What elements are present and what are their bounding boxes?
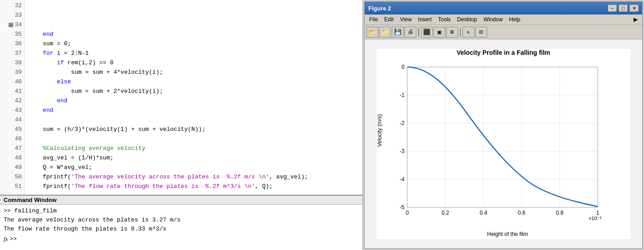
arrow-icon[interactable]: ↖ [463, 27, 474, 38]
code-line: fprintf('The average velocity across the… [29, 172, 362, 182]
svg-text:0.8: 0.8 [556, 210, 564, 216]
code-line: sum = sum + 4*velocity(i); [29, 67, 362, 77]
line-number: 45 [2, 125, 24, 134]
minimize-button[interactable]: − [608, 5, 617, 12]
code-line: sum = sum + 2*velocity(i); [29, 87, 362, 96]
chart-svg: 0 -1 -2 -3 -4 -5 0 0.2 0.4 0.6 [385, 58, 607, 230]
svg-text:-4: -4 [400, 176, 405, 183]
figure-title: Figure 2 [368, 5, 391, 12]
line-number: 35 [2, 29, 24, 39]
line-number: 49 [2, 163, 24, 172]
figure-titlebar: Figure 2 − □ ✕ [365, 2, 642, 14]
export-icon[interactable]: ⬛ [421, 27, 433, 38]
menu-item-insert[interactable]: Insert [415, 15, 434, 24]
code-line: Q = W*avg_vel; [29, 163, 362, 172]
svg-text:1: 1 [596, 210, 600, 216]
toolbar-separator [418, 28, 419, 37]
svg-text:0: 0 [406, 210, 409, 216]
code-line: avg_vel = (1/H)*sum; [29, 153, 362, 163]
plot-container: Velocity Profile in a Falling film Veloc… [365, 39, 642, 248]
y-axis-label: Velocity (m/s) [376, 58, 383, 212]
svg-text:0.4: 0.4 [480, 210, 488, 216]
code-line: %Calculating average velocity [29, 144, 362, 153]
menu-item-help[interactable]: Help [507, 15, 523, 24]
svg-text:-1: -1 [400, 92, 405, 98]
code-line: sum = 0; [29, 39, 362, 48]
grid-icon[interactable]: ⊞ [446, 27, 458, 38]
menu-arrow[interactable]: ▶ [631, 15, 640, 24]
line-numbers: 3233343536373839404142434445464748495051 [0, 0, 25, 195]
toggle-icon[interactable]: ▣ [434, 27, 445, 38]
plot-inner: Velocity (m/s) [376, 58, 630, 237]
editor-panel: 3233343536373839404142434445464748495051… [0, 0, 363, 250]
code-line [29, 191, 362, 195]
menu-item-window[interactable]: Window [481, 15, 506, 24]
prompt-symbol: >> [10, 235, 17, 244]
code-line: fprintf('The flow rate through the plate… [29, 182, 362, 191]
toolbar-separator2 [460, 28, 461, 37]
line-number: 33 [2, 10, 24, 20]
svg-rect-0 [407, 67, 598, 207]
maximize-button[interactable]: □ [619, 5, 628, 12]
command-window: Command Window >> falling_filmThe averag… [0, 195, 362, 250]
code-line [29, 115, 362, 125]
line-number: 34 [2, 20, 24, 29]
line-number: 44 [2, 115, 24, 125]
figure-toolbar: 📂 📁 💾 🖨 ⬛ ▣ ⊞ ↖ ⊟ [365, 25, 642, 39]
plot-title: Velocity Profile in a Falling film [376, 49, 630, 56]
line-number: 42 [2, 96, 24, 106]
code-line: end [29, 96, 362, 106]
code-line [29, 134, 362, 144]
line-number: 48 [2, 153, 24, 163]
line-number: 40 [2, 77, 24, 87]
command-line: The flow rate through the plates is 0.33… [4, 225, 359, 234]
bookmark-icon [9, 23, 13, 27]
command-content[interactable]: >> falling_filmThe average velocity acro… [0, 205, 362, 250]
menu-item-edit[interactable]: Edit [381, 15, 396, 24]
figure-menubar: FileEditViewInsertToolsDesktopWindowHelp… [365, 14, 642, 25]
command-window-title: Command Window [0, 196, 362, 205]
line-number: 43 [2, 106, 24, 115]
menu-item-desktop[interactable]: Desktop [454, 15, 480, 24]
code-line: sum = (h/3)*(velocity(1) + sum + velocit… [29, 125, 362, 134]
menu-item-view[interactable]: View [397, 15, 415, 24]
svg-text:0: 0 [401, 64, 405, 70]
line-number: 38 [2, 58, 24, 67]
code-line: end [29, 29, 362, 39]
command-line: The average velocity across the plates i… [4, 216, 359, 225]
svg-text:×10⁻³: ×10⁻³ [589, 216, 602, 221]
menu-item-tools[interactable]: Tools [435, 15, 454, 24]
close-button[interactable]: ✕ [629, 5, 639, 12]
code-lines: end sum = 0; for i = 2:N-1 if rem(i,2) =… [25, 0, 362, 195]
menu-item-file[interactable]: File [366, 15, 381, 24]
svg-text:0.2: 0.2 [442, 210, 449, 216]
code-line: else [29, 77, 362, 87]
code-area: 3233343536373839404142434445464748495051… [0, 0, 362, 195]
svg-text:-3: -3 [400, 148, 405, 154]
svg-text:-5: -5 [400, 204, 405, 211]
code-line: end [29, 106, 362, 115]
line-number: 50 [2, 172, 24, 182]
line-number: 46 [2, 134, 24, 144]
print-icon[interactable]: 🖨 [405, 27, 416, 38]
x-axis-row: Height of the film [385, 230, 630, 237]
svg-text:-2: -2 [400, 120, 405, 126]
line-number: 47 [2, 144, 24, 153]
figure-panel: Figure 2 − □ ✕ FileEditViewInsertToolsDe… [364, 1, 643, 249]
plot-area: Velocity Profile in a Falling film Veloc… [376, 49, 630, 239]
save-icon[interactable]: 💾 [392, 27, 404, 38]
folder-icon[interactable]: 📁 [379, 27, 391, 38]
code-line: if rem(i,2) == 0 [29, 58, 362, 67]
open-icon[interactable]: 📂 [366, 27, 378, 38]
line-number: 39 [2, 67, 24, 77]
pan-icon[interactable]: ⊟ [475, 27, 487, 38]
chart-wrapper: 0 -1 -2 -3 -4 -5 0 0.2 0.4 0.6 [385, 58, 630, 237]
svg-text:0.6: 0.6 [518, 210, 526, 216]
line-number: 32 [2, 1, 24, 10]
window-controls: − □ ✕ [608, 5, 639, 12]
cmd-prompt[interactable]: fx >> [4, 235, 359, 244]
line-number: 36 [2, 39, 24, 48]
fx-symbol: fx [4, 235, 8, 244]
line-number: 51 [2, 182, 24, 191]
line-number: 37 [2, 48, 24, 58]
